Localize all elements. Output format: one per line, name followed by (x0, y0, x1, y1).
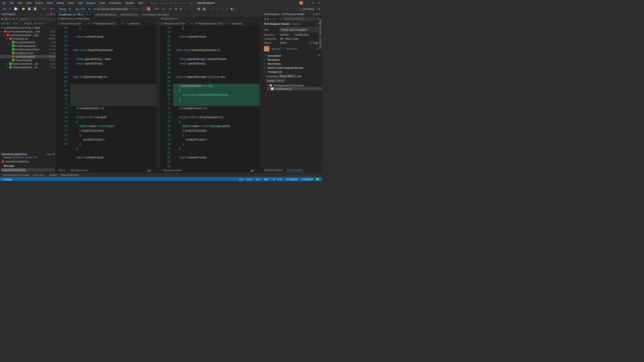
horizontal-scrollbar[interactable] (1, 169, 55, 172)
start-debug-button[interactable]: ▶IIS Express (Microsoft Edge)▾ (94, 7, 131, 10)
save-all-button[interactable]: 💾 (33, 7, 38, 11)
document-tab[interactable]: EmojiSearch.cs (118, 12, 140, 17)
test-tree-row[interactable]: ▸✓TwitterDataModel... (6)1 ms (0, 66, 56, 69)
feedback-icon[interactable]: ☺ (188, 1, 193, 5)
save-button[interactable]: 💾 (27, 7, 32, 11)
section-reviewers[interactable]: Reviewers (268, 58, 320, 61)
panel-close-icon[interactable]: ✕ (319, 13, 321, 15)
minimap-right[interactable] (260, 25, 262, 168)
menu-project[interactable]: Project (34, 1, 45, 5)
platform-dropdown[interactable]: Any CPU (72, 7, 92, 11)
section-description[interactable]: Description (268, 54, 317, 57)
nav-file-dropdown[interactable]: ☐Miscellaneous File (56, 21, 91, 25)
nav-file-dropdown-r[interactable]: ☐Miscellaneous Files (160, 21, 194, 25)
config-dropdown[interactable]: Debug (56, 7, 72, 11)
folder-row[interactable]: ▾📁WebApplication2\Controllers (267, 84, 322, 87)
output-tab[interactable]: Output (48, 173, 58, 177)
solution-explorer-tab[interactable]: Solution Explorer (262, 168, 285, 173)
pr-title-input[interactable] (280, 27, 321, 32)
run-all-link[interactable]: Run All (1, 22, 9, 25)
misc-icon-3[interactable]: ⬚ (220, 7, 224, 11)
redo-button[interactable]: ↷ (48, 7, 55, 11)
grid-icon[interactable]: ▦ (197, 7, 201, 11)
branch-2[interactable]: ⎇ VS2019 (300, 178, 313, 181)
nav-member-dropdown[interactable]: ◇hasEmoji (125, 21, 159, 25)
panel-dropdown-icon[interactable]: ▾ (48, 13, 48, 15)
menu-team[interactable]: Team (66, 1, 76, 5)
minimize-icon[interactable]: ─ (306, 1, 309, 4)
browser-refresh-button[interactable]: ↻ (132, 7, 138, 11)
run-link[interactable]: Run... (14, 22, 20, 25)
edit-icon[interactable]: ✎ (318, 54, 320, 57)
back-icon[interactable]: ◀ (264, 17, 266, 20)
misc-icon-2[interactable]: ⬚ (215, 7, 219, 11)
document-tab[interactable]: HomeController.cs (94, 12, 118, 17)
notification-icon[interactable]: 🔔2 (316, 178, 320, 181)
nav-class-dropdown[interactable]: ✦WebApplication2.C (91, 21, 125, 25)
test-tree-row[interactable]: ▾✕UserSentimentAnalysis... (18)1 sec (0, 30, 56, 33)
branch-1[interactable]: ⎇ VS2019 (285, 178, 297, 181)
menu-debug[interactable]: Debug (55, 1, 66, 5)
bookmark-icon[interactable]: ◧ (230, 7, 234, 11)
nav-member-dropdown-r[interactable]: ◇hasEmoji (228, 21, 262, 25)
update-dropdown[interactable]: Update 1 of 1 ▾ (266, 79, 285, 83)
source-link[interactable]: EmojiTests.cs line 101 (13, 156, 37, 159)
playlist-link[interactable]: Playlist : All Tests (24, 22, 43, 25)
share-icon[interactable]: ⇲ (317, 7, 321, 11)
open-button[interactable]: 📂 (21, 7, 26, 11)
filter-icon[interactable]: ⚲ (16, 17, 18, 21)
lock-icon[interactable]: 🔒 (202, 7, 206, 11)
dropdown-icon[interactable]: ▾ (316, 23, 318, 25)
copy-all-link[interactable]: Copy All (46, 153, 55, 156)
test-tree-row[interactable]: ✓EmojiHeartsTest1 ms (0, 51, 56, 55)
terminal-tab[interactable]: Terminal Window (59, 173, 80, 177)
group-icon[interactable]: ▤ (4, 17, 8, 21)
pin-icon[interactable]: 📌 (315, 13, 318, 15)
diagnostic-tools-tab[interactable]: Diagnostic Tools (319, 19, 322, 35)
step-icon[interactable]: ⊓⊔ (154, 7, 160, 11)
tool-icon[interactable]: ⬚ (142, 7, 146, 11)
test-tree-row[interactable]: ▸✓HomeControllerTe... (6)1 sec (0, 62, 56, 66)
menu-file[interactable]: File (8, 1, 16, 5)
misc-icon-1[interactable]: ⬚ (210, 7, 214, 11)
menu-window[interactable]: Window (124, 1, 136, 5)
maximize-icon[interactable]: ▭ (312, 1, 315, 4)
search-dropdown-icon[interactable]: ▾ (52, 17, 55, 21)
nav-fwd-button[interactable]: ▶ (8, 7, 12, 11)
test-tree-row[interactable]: ✕SpecificEmojiNullT...153 ms (0, 55, 56, 58)
misc-icon-4[interactable]: ⬚ (225, 7, 229, 11)
refresh-icon[interactable]: ↻ (280, 17, 282, 20)
list-icon[interactable]: ☰ (8, 17, 11, 21)
compare-base-dropdown[interactable]: Merge Base ▾ (279, 74, 296, 78)
run-all-icon[interactable]: ▶ (1, 17, 4, 21)
quick-launch-search[interactable] (148, 1, 188, 5)
new-project-button[interactable]: 📄 (13, 7, 20, 11)
user-avatar[interactable] (299, 1, 303, 5)
test-search-input[interactable] (19, 17, 52, 20)
comment-icon[interactable]: ⊞ (174, 7, 178, 11)
menu-help[interactable]: Help (136, 1, 145, 5)
live-share-button[interactable]: ⤴ Live Share (298, 7, 316, 11)
document-tab[interactable]: Pull Request Discussion (140, 12, 172, 17)
menu-build[interactable]: Build (46, 1, 54, 5)
nav-arrows-left[interactable]: ◢ ▾ ← → (148, 169, 158, 172)
test-tree-row[interactable]: ✓TearsOfJoyTest10 ms (0, 58, 56, 62)
upload-count[interactable]: ↑ 0 (271, 178, 275, 181)
tree-icon[interactable]: ⊞ (12, 17, 15, 21)
undo-button[interactable]: ↶ (42, 7, 48, 11)
test-tree-row[interactable]: ▾✕UserSentimentAnal... (18)1 sec (0, 33, 56, 37)
uncomment-icon[interactable]: ⊟ (179, 7, 182, 11)
menu-analyze[interactable]: Analyze (85, 1, 97, 5)
test-tree-row[interactable]: ✓EmojiClothingTest1 ms (0, 40, 56, 44)
checkout-button[interactable]: Check out... (286, 47, 299, 50)
work-item-search[interactable] (283, 17, 316, 20)
menu-extensions[interactable]: Extensions (107, 1, 123, 5)
urgent-checkbox[interactable] (310, 42, 312, 44)
pr-comments-tab[interactable]: Pull Request Comments (1, 173, 31, 177)
menu-edit[interactable]: Edit (16, 1, 24, 5)
error-list-tab[interactable]: Error List ... (32, 173, 47, 177)
menu-view[interactable]: View (24, 1, 34, 5)
back-arrow-icon[interactable]: ← (184, 7, 188, 11)
code-right[interactable]: } return numberFound; ublic string Tears… (173, 25, 260, 168)
outdent-icon[interactable]: ≡ (168, 7, 173, 11)
